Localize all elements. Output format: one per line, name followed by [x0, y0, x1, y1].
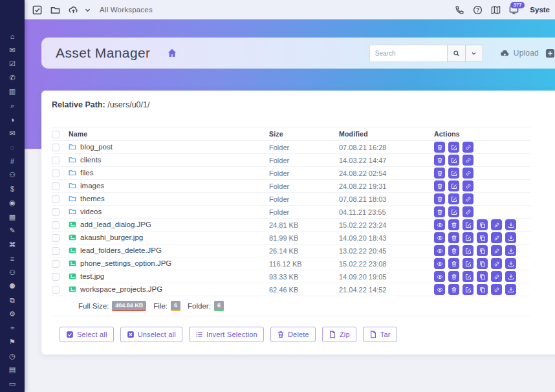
copy-action-button[interactable]: [477, 271, 488, 282]
upload-cloud-icon[interactable]: [69, 5, 78, 15]
edit-action-button[interactable]: [462, 258, 473, 269]
system-label[interactable]: Syste: [530, 6, 550, 14]
sidebar-item-tasks[interactable]: ☑: [0, 57, 25, 71]
edit-action-button[interactable]: [462, 245, 473, 256]
sidebar-item-channels[interactable]: #: [0, 155, 25, 169]
sidebar-item-comments[interactable]: ✉: [0, 43, 25, 58]
edit-action-button[interactable]: [462, 219, 473, 230]
file-name[interactable]: workspace_projects.JPG: [80, 285, 162, 293]
download-action-button[interactable]: [505, 219, 516, 230]
select-all-button[interactable]: Select all: [60, 327, 114, 342]
link-action-button[interactable]: [491, 232, 502, 243]
file-name[interactable]: blog_post: [80, 143, 113, 151]
link-action-button[interactable]: [462, 193, 473, 204]
phone-icon[interactable]: [455, 5, 464, 15]
sidebar-item-apps[interactable]: ▦: [0, 210, 25, 224]
row-checkbox[interactable]: [52, 157, 60, 164]
sidebar-item-analytics[interactable]: ▥: [0, 85, 25, 99]
file-name[interactable]: add_lead_dialog.JPG: [80, 221, 151, 228]
link-action-button[interactable]: [491, 258, 502, 269]
unselect-all-button[interactable]: Unselect all: [120, 327, 182, 342]
sidebar-item-contacts[interactable]: ⚉: [0, 279, 25, 294]
trash-action-button[interactable]: [434, 206, 445, 217]
sidebar-item-display[interactable]: ▭: [0, 377, 25, 391]
row-checkbox[interactable]: [52, 169, 60, 177]
eye-action-button[interactable]: [434, 284, 445, 295]
trash-action-button[interactable]: [448, 258, 459, 269]
trash-action-button[interactable]: [448, 271, 459, 282]
row-checkbox[interactable]: [52, 286, 60, 294]
sidebar-item-teams[interactable]: ⚇: [0, 266, 25, 280]
sidebar-item-copy[interactable]: ⧉: [0, 294, 25, 308]
row-checkbox[interactable]: [52, 234, 60, 242]
system-monitor-button[interactable]: 377: [509, 5, 519, 15]
row-checkbox[interactable]: [52, 221, 60, 229]
download-action-button[interactable]: [505, 232, 516, 243]
home-icon[interactable]: [167, 48, 177, 58]
sidebar-item-search[interactable]: ⌕: [0, 99, 25, 113]
copy-action-button[interactable]: [477, 245, 488, 256]
file-name[interactable]: lead_folders_delete.JPG: [80, 246, 162, 254]
link-action-button[interactable]: [462, 155, 473, 166]
edit-action-button[interactable]: [448, 155, 459, 166]
sidebar-item-settings[interactable]: ⚙: [0, 307, 25, 321]
link-action-button[interactable]: [491, 284, 502, 295]
copy-action-button[interactable]: [477, 284, 488, 295]
eye-action-button[interactable]: [434, 245, 445, 256]
sidebar-item-network[interactable]: ≈: [0, 321, 25, 336]
sidebar-item-visibility[interactable]: ◑: [0, 113, 25, 127]
add-plus-icon[interactable]: [545, 49, 555, 58]
file-name[interactable]: themes: [80, 195, 105, 202]
map-icon[interactable]: [491, 5, 501, 15]
workspace-selector[interactable]: All Workspaces: [100, 6, 153, 14]
trash-action-button[interactable]: [448, 284, 459, 295]
edit-action-button[interactable]: [448, 142, 459, 153]
file-name[interactable]: akaushi_burger.jpg: [80, 234, 143, 241]
help-icon[interactable]: [473, 5, 483, 15]
link-action-button[interactable]: [462, 142, 473, 153]
select-all-checkbox[interactable]: [52, 131, 60, 138]
new-folder-icon[interactable]: [50, 5, 60, 15]
sidebar-item-phone[interactable]: ✆: [0, 71, 25, 85]
edit-action-button[interactable]: [462, 284, 473, 295]
trash-action-button[interactable]: [448, 245, 459, 256]
row-checkbox[interactable]: [52, 182, 60, 190]
zip-button[interactable]: Zip: [322, 327, 356, 342]
delete-button[interactable]: Delete: [270, 327, 316, 342]
trash-action-button[interactable]: [434, 168, 445, 179]
upload-button[interactable]: Upload: [500, 49, 539, 58]
sidebar-item-billing[interactable]: $: [0, 182, 25, 197]
trash-action-button[interactable]: [434, 180, 445, 191]
download-action-button[interactable]: [505, 245, 516, 256]
trash-action-button[interactable]: [434, 155, 445, 166]
search-options-dropdown[interactable]: [465, 45, 483, 62]
sidebar-item-compose[interactable]: ✎: [0, 224, 25, 238]
row-checkbox[interactable]: [52, 260, 60, 268]
invert-selection-button[interactable]: Invert Selection: [189, 327, 264, 342]
sidebar-item-tags[interactable]: ⚑: [0, 335, 25, 349]
sidebar-item-add-contact[interactable]: ⚇: [0, 168, 25, 182]
download-action-button[interactable]: [505, 284, 516, 295]
sidebar-item-mail[interactable]: ✉: [0, 127, 25, 141]
link-action-button[interactable]: [491, 245, 502, 256]
sidebar-item-documents[interactable]: ▤: [0, 363, 25, 377]
sidebar-item-home[interactable]: ⌂: [0, 29, 25, 43]
edit-action-button[interactable]: [448, 180, 459, 191]
row-checkbox[interactable]: [52, 195, 60, 203]
row-checkbox[interactable]: [52, 144, 60, 151]
eye-action-button[interactable]: [434, 258, 445, 269]
sidebar-item-views[interactable]: ◉: [0, 196, 25, 210]
link-action-button[interactable]: [491, 219, 502, 230]
download-action-button[interactable]: [505, 271, 516, 282]
link-action-button[interactable]: [491, 271, 502, 282]
edit-action-button[interactable]: [462, 271, 473, 282]
link-action-button[interactable]: [462, 180, 473, 191]
search-button[interactable]: [447, 45, 465, 62]
download-action-button[interactable]: [505, 258, 516, 269]
eye-action-button[interactable]: [434, 271, 445, 282]
trash-action-button[interactable]: [434, 142, 445, 153]
trash-action-button[interactable]: [448, 219, 459, 230]
file-name[interactable]: phone_settings_option.JPG: [80, 259, 171, 267]
sidebar-item-shortcuts[interactable]: ⌘: [0, 238, 25, 252]
file-name[interactable]: test.jpg: [80, 272, 104, 280]
